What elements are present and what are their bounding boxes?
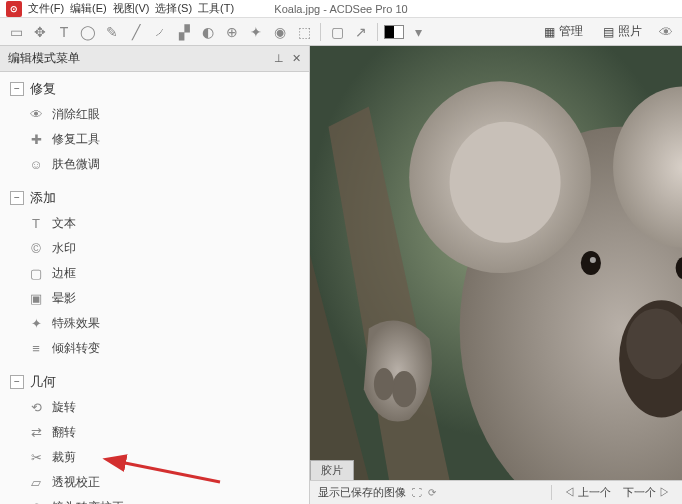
menu-select[interactable]: 选择(S)	[155, 1, 192, 16]
item-text[interactable]: T文本	[0, 211, 309, 236]
item-tilt-shift[interactable]: ≡倾斜转变	[0, 336, 309, 361]
close-icon[interactable]: ✕	[292, 52, 301, 65]
refresh-icon[interactable]: ⟳	[428, 487, 436, 498]
eyedropper-icon[interactable]: ⟋	[150, 22, 170, 42]
view-mode-icon[interactable]: 👁	[656, 22, 676, 42]
shape-tool-icon[interactable]: ▢	[327, 22, 347, 42]
section-add[interactable]: − 添加	[0, 185, 309, 211]
pin-icon[interactable]: ⊥	[274, 52, 284, 65]
svg-point-5	[581, 251, 601, 275]
item-perspective[interactable]: ▱透视校正	[0, 470, 309, 495]
crop-icon: ✂	[28, 450, 44, 466]
item-vignette[interactable]: ▣晕影	[0, 286, 309, 311]
item-flip[interactable]: ⇄翻转	[0, 420, 309, 445]
status-text: 显示已保存的图像	[318, 485, 406, 500]
rotate-icon: ⟲	[28, 400, 44, 416]
perspective-icon: ▱	[28, 475, 44, 491]
lasso-tool-icon[interactable]: ◯	[78, 22, 98, 42]
panel-header: 编辑模式菜单 ⊥ ✕	[0, 46, 309, 72]
face-icon: ☺	[28, 157, 44, 173]
item-repair-tool[interactable]: ✚修复工具	[0, 127, 309, 152]
gradient-tool-icon[interactable]: ◐	[198, 22, 218, 42]
prev-button[interactable]: ◁ 上一个	[560, 485, 615, 500]
collapse-icon[interactable]: −	[10, 82, 24, 96]
expand-icon[interactable]: ⛶	[412, 487, 422, 498]
item-lens-correction[interactable]: ◎镜头畸变校正	[0, 495, 309, 504]
grid-icon: ▦	[544, 25, 555, 39]
dropdown-icon[interactable]: ▾	[408, 22, 428, 42]
item-border[interactable]: ▢边框	[0, 261, 309, 286]
section-repair[interactable]: − 修复	[0, 76, 309, 102]
collapse-icon[interactable]: −	[10, 375, 24, 389]
status-bar: 显示已保存的图像 ⛶ ⟳ ◁ 上一个 下一个 ▷	[310, 480, 682, 504]
color-swatch[interactable]	[384, 25, 404, 39]
app-icon: ⊙	[6, 1, 22, 17]
content-area: 显示已保存的图像 ⛶ ⟳ ◁ 上一个 下一个 ▷	[310, 46, 682, 504]
crop-tool-icon[interactable]: ⬚	[294, 22, 314, 42]
redeye-tool-icon[interactable]: ◉	[270, 22, 290, 42]
item-redeye[interactable]: 👁消除红眼	[0, 102, 309, 127]
svg-point-3	[450, 122, 561, 243]
item-rotate[interactable]: ⟲旋转	[0, 395, 309, 420]
item-watermark[interactable]: ©水印	[0, 236, 309, 261]
menu-file[interactable]: 文件(F)	[28, 1, 64, 16]
fill-tool-icon[interactable]: ▞	[174, 22, 194, 42]
brush-tool-icon[interactable]: ✎	[102, 22, 122, 42]
window-title: Koala.jpg - ACDSee Pro 10	[274, 0, 407, 18]
panel-title: 编辑模式菜单	[8, 50, 80, 67]
menu-tools[interactable]: 工具(T)	[198, 1, 234, 16]
menu-edit[interactable]: 编辑(E)	[70, 1, 107, 16]
svg-point-10	[392, 371, 416, 407]
flip-icon: ⇄	[28, 425, 44, 441]
section-geometry[interactable]: − 几何	[0, 369, 309, 395]
effects-icon: ✦	[28, 316, 44, 332]
text-tool-icon[interactable]: T	[54, 22, 74, 42]
arrow-tool-icon[interactable]: ↗	[351, 22, 371, 42]
vignette-icon: ▣	[28, 291, 44, 307]
collapse-icon[interactable]: −	[10, 191, 24, 205]
line-tool-icon[interactable]: ╱	[126, 22, 146, 42]
heal-tool-icon[interactable]: ✦	[246, 22, 266, 42]
photo-icon: ▤	[603, 25, 614, 39]
item-crop[interactable]: ✂裁剪	[0, 445, 309, 470]
toolbar: ▭ ✥ T ◯ ✎ ╱ ⟋ ▞ ◐ ⊕ ✦ ◉ ⬚ ▢ ↗ ▾ ▦ 管理 ▤ 照…	[0, 18, 682, 46]
item-skin-tune[interactable]: ☺肤色微调	[0, 152, 309, 177]
edit-panel: 编辑模式菜单 ⊥ ✕ − 修复 👁消除红眼 ✚修复工具 ☺肤色微调 − 添加 T…	[0, 46, 310, 504]
tilt-icon: ≡	[28, 341, 44, 357]
film-tab[interactable]: 胶片	[310, 460, 354, 480]
item-effects[interactable]: ✦特殊效果	[0, 311, 309, 336]
bandage-icon: ✚	[28, 132, 44, 148]
menu-view[interactable]: 视图(V)	[113, 1, 150, 16]
border-icon: ▢	[28, 266, 44, 282]
svg-point-11	[374, 368, 394, 400]
move-tool-icon[interactable]: ✥	[30, 22, 50, 42]
text-icon: T	[28, 216, 44, 232]
selection-tool-icon[interactable]: ▭	[6, 22, 26, 42]
image-viewport[interactable]	[310, 46, 682, 480]
manage-mode-button[interactable]: ▦ 管理	[538, 21, 589, 42]
watermark-icon: ©	[28, 241, 44, 257]
koala-image	[310, 46, 682, 480]
lens-icon: ◎	[28, 500, 44, 505]
clone-tool-icon[interactable]: ⊕	[222, 22, 242, 42]
next-button[interactable]: 下一个 ▷	[619, 485, 674, 500]
photos-mode-button[interactable]: ▤ 照片	[597, 21, 648, 42]
eye-icon: 👁	[28, 107, 44, 123]
svg-point-6	[590, 257, 596, 263]
